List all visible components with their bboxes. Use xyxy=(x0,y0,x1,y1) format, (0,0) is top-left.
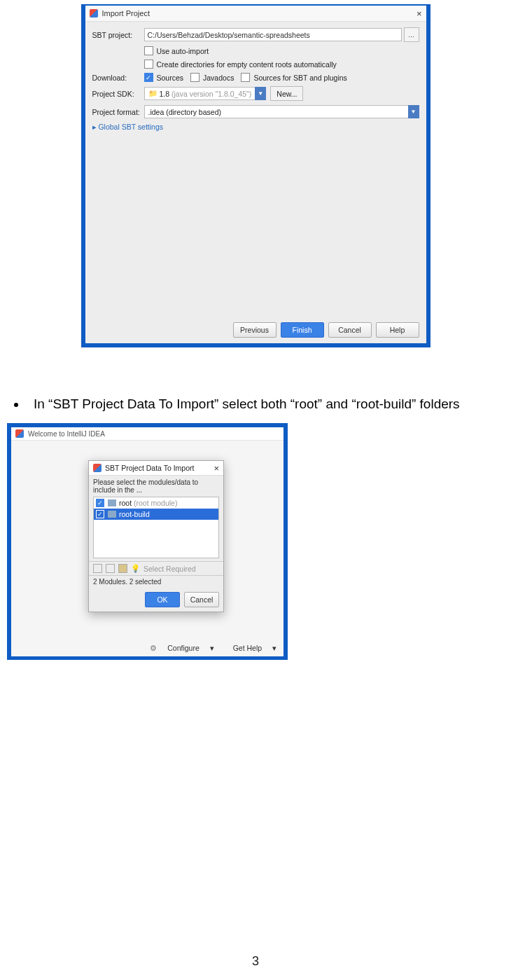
module-list[interactable]: ✓ root (root module) ✓ root-build xyxy=(93,497,219,558)
sbt-import-dialog-title: SBT Project Data To Import xyxy=(105,464,194,472)
cancel-button[interactable]: Cancel xyxy=(184,592,219,607)
ok-button[interactable]: OK xyxy=(145,592,180,607)
get-help-menu[interactable]: Get Help ▾ xyxy=(225,644,276,652)
root-hint: (root module) xyxy=(134,499,177,507)
select-some-icon[interactable] xyxy=(118,564,127,573)
sources-label: Sources xyxy=(157,74,184,82)
select-none-icon[interactable] xyxy=(106,564,115,573)
bulb-icon: 💡 xyxy=(131,564,140,573)
select-all-icon[interactable] xyxy=(93,564,102,573)
gear-icon: ⚙ xyxy=(150,644,157,652)
root-build-label: root-build xyxy=(119,510,150,518)
javadocs-checkbox[interactable] xyxy=(190,73,200,82)
list-toolbar: 💡 Select Required xyxy=(89,561,223,576)
download-label: Download: xyxy=(92,74,144,82)
format-dropdown[interactable]: .idea (directory based) xyxy=(144,105,409,118)
select-required-link[interactable]: Select Required xyxy=(144,565,196,573)
sbt-sources-checkbox[interactable] xyxy=(241,73,250,82)
javadocs-label: Javadocs xyxy=(203,74,234,82)
bullet-icon xyxy=(14,403,18,407)
close-icon[interactable]: × xyxy=(214,463,219,474)
sdk-dropdown[interactable]: 📁 1.8 (java version "1.8.0_45") xyxy=(144,87,256,100)
configure-menu[interactable]: ⚙ Configure ▾ xyxy=(141,644,214,652)
sdk-chevron-down-icon[interactable]: ▼ xyxy=(255,87,266,100)
close-icon[interactable]: × xyxy=(416,8,422,19)
root-build-checkbox[interactable]: ✓ xyxy=(96,510,104,518)
auto-import-checkbox[interactable] xyxy=(144,46,153,55)
auto-import-label: Use auto-import xyxy=(157,47,209,55)
chevron-down-icon: ▾ xyxy=(272,644,276,652)
sdk-label: Project SDK: xyxy=(92,90,144,98)
create-dirs-checkbox[interactable] xyxy=(144,60,153,69)
new-sdk-button[interactable]: New... xyxy=(270,86,303,101)
sbt-data-import-screenshot: Welcome to IntelliJ IDEA SBT Project Dat… xyxy=(7,423,288,660)
intellij-icon xyxy=(93,464,102,472)
module-folder-icon xyxy=(108,499,116,506)
sbt-import-dialog: SBT Project Data To Import × Please sele… xyxy=(88,460,224,612)
root-label: root xyxy=(119,499,132,507)
module-folder-icon xyxy=(108,511,116,518)
instruction-text: In “SBT Project Data To Import” select b… xyxy=(34,396,460,412)
dialog-titlebar: Import Project × xyxy=(85,6,426,22)
finish-button[interactable]: Finish xyxy=(281,322,324,338)
global-sbt-settings-link[interactable]: Global SBT settings xyxy=(92,123,419,131)
create-dirs-label: Create directories for empty content roo… xyxy=(157,60,337,69)
sdk-detail: (java version "1.8.0_45") xyxy=(172,90,251,98)
module-status: 2 Modules. 2 selected xyxy=(89,576,223,588)
page-number: 3 xyxy=(7,954,504,969)
cancel-button[interactable]: Cancel xyxy=(328,322,372,338)
intellij-icon xyxy=(90,9,98,18)
browse-button[interactable]: … xyxy=(404,27,419,42)
java-icon: 📁 xyxy=(148,89,158,98)
dialog-prompt: Please select the modules/data to includ… xyxy=(89,476,223,495)
dialog-title: Import Project xyxy=(102,9,150,18)
format-label: Project format: xyxy=(92,108,144,116)
sbt-project-label: SBT project: xyxy=(92,31,144,39)
welcome-title: Welcome to IntelliJ IDEA xyxy=(28,430,105,438)
sdk-value: 1.8 xyxy=(160,90,170,98)
intellij-icon xyxy=(15,429,24,438)
sbt-sources-label: Sources for SBT and plugins xyxy=(253,74,346,82)
previous-button[interactable]: Previous xyxy=(233,322,276,338)
welcome-footer: ⚙ Configure ▾ Get Help ▾ xyxy=(133,644,276,652)
list-item[interactable]: ✓ root-build xyxy=(94,509,218,520)
sources-checkbox[interactable]: ✓ xyxy=(144,73,153,82)
format-chevron-down-icon[interactable]: ▼ xyxy=(408,105,419,118)
sbt-project-path-input[interactable]: C:/Users/Behzad/Desktop/semantic-spreads… xyxy=(144,28,402,41)
welcome-titlebar: Welcome to IntelliJ IDEA xyxy=(11,427,284,441)
help-button[interactable]: Help xyxy=(376,322,419,338)
instruction-bullet: In “SBT Project Data To Import” select b… xyxy=(14,396,504,412)
list-item[interactable]: ✓ root (root module) xyxy=(94,497,218,509)
chevron-down-icon: ▾ xyxy=(210,644,214,652)
import-project-dialog: Import Project × SBT project: C:/Users/B… xyxy=(81,4,430,347)
root-checkbox[interactable]: ✓ xyxy=(96,499,104,507)
